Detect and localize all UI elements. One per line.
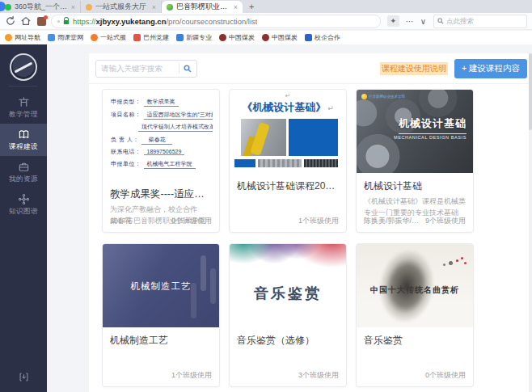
course-title: 机械设计基础 [364,179,466,193]
robot-arm-photo [241,119,286,156]
knowledge-graph-icon [18,193,30,205]
more-menu-icon[interactable]: ⋯ [406,17,414,26]
course-footer: 1个班级使用 [237,216,339,226]
cover-title: 中国十大传统名曲赏析 [357,285,473,296]
open-book-icon [18,129,30,141]
course-cover-slate: 机械制造工艺 [103,244,219,327]
dropdown-icon[interactable]: ∨ [420,17,426,26]
sidebar-item-my-resources[interactable]: 我的资源 [0,156,47,188]
course-usage-count: 1个班级使用 [298,216,339,226]
reload-icon[interactable] [5,15,16,27]
bookmark-item[interactable]: 校企合作 [305,33,340,42]
course-title: 音乐鉴赏（选修） [237,334,339,348]
sidebar-item-teaching-management[interactable]: 教学管理 [0,91,47,124]
create-course-content-button[interactable]: + 建设课程内容 [454,59,527,78]
archway-icon [18,96,30,108]
bookmark-item[interactable]: 巴州党建 [133,33,169,42]
cover-media [241,119,338,156]
return-mark-icon: ↵ [230,92,346,100]
course-cover-form-document: 申报类型：教学成果奖 项目名称：适应西部地区学生的“三对接、四同步” 现代学徒制… [103,90,219,183]
browser-tab-360[interactable]: 360导航_一个主页，整个世界 × [0,1,81,13]
tab-bar: 360导航_一个主页，整个世界 × 一站式服务大厅 × 巴音郭楞职业技术学院 ×… [0,0,532,13]
browser-search-box[interactable] [433,15,527,28]
course-card-design-basis[interactable]: 巴音郭楞职业技术学院 机械设计基础 MECHANICAL DESIGN BASI… [356,89,474,233]
app-sidebar: 教学管理 课程建设 我的资源 知识图谱 [0,44,47,392]
bookmark-favicon [133,34,141,41]
course-footer: 0个班级使用 [364,370,466,381]
new-tab-button[interactable]: + [249,2,254,11]
sidebar-divider [9,86,38,86]
tab-favicon [86,4,92,11]
quick-access-icon[interactable]: ✦ [387,15,399,27]
course-usage-count: 0个班级使用 [425,370,466,381]
course-cover-ink-painting: 中国十大传统名曲赏析 [357,244,473,327]
course-title: 音乐鉴赏 [364,334,466,348]
tab-title: 一站式服务大厅 [95,2,150,12]
tab-favicon [167,4,173,11]
tab-favicon [5,4,11,11]
sidebar-item-course-construction[interactable]: 课程建设 [0,124,47,156]
usage-guide-link[interactable]: 课程建设使用说明 [380,62,448,75]
page-scrollbar[interactable] [529,53,532,392]
course-card-music[interactable]: 中国十大传统名曲赏析 音乐鉴赏 0个班级使用 [356,243,474,387]
course-cover-watercolor: 音乐鉴赏 [230,244,346,327]
bookmark-favicon [48,34,55,41]
scrollbar-thumb[interactable] [529,53,532,130]
blue-block [289,119,338,156]
course-usage-count: 1个班级使用 [171,370,212,381]
bookmark-item[interactable]: 网址导航 [5,33,40,42]
bookmark-favicon [262,34,269,41]
tab-title: 巴音郭楞职业技术学院 [176,2,231,12]
address-bar[interactable]: https://xjbyxy.yuketang.cn/pro/coursecon… [51,15,381,28]
bookmark-favicon [219,34,226,41]
return-mark-icon: ↵ [327,104,334,112]
bookmark-item[interactable]: 中国煤炭 [262,33,298,42]
course-construction-panel: 课程建设使用说明 + 建设课程内容 申报类型：教学成果奖 项目名称：适应西部地区… [89,53,532,392]
bookmarks-bar: 网址导航 雨课堂网 一站式服 巴州党建 新疆专业 中国煤炭 中国煤炭 校企合作 [0,31,532,44]
school-logo [10,53,37,81]
course-title: 机械制造工艺 [110,334,212,348]
cover-strip [230,159,346,167]
url-text: https://xjbyxy.yuketang.cn/pro/coursecon… [73,17,257,26]
course-cover-document: ↵ 《机械设计基础》↵ [230,90,346,173]
course-footer: 1个班级使用 [110,370,212,381]
course-card-manufacturing[interactable]: 机械制造工艺 机械制造工艺 1个班级使用 [102,243,220,387]
bookmark-item[interactable]: 中国煤炭 [219,33,255,42]
tab-close-icon[interactable]: × [71,3,75,11]
course-card-teaching-award[interactable]: 申报类型：教学成果奖 项目名称：适应西部地区学生的“三对接、四同步” 现代学徒制… [102,89,220,233]
bookmark-item[interactable]: 雨课堂网 [48,33,83,42]
bookmark-favicon [5,34,12,41]
tab-close-icon[interactable]: × [234,3,238,11]
cover-subtitle: MECHANICAL DESIGN BASIS [394,135,467,140]
course-description: 《机械设计基础》课程是机械类专业一门重要的专业技术基础课，通过对机械设计基础课.… [364,196,466,218]
browser-tab-college-active[interactable]: 巴音郭楞职业技术学院 × [162,1,243,13]
tab-title: 360导航_一个主页，整个世界 [15,2,69,12]
course-footer: 陈换美/郭振华/柴春花/... 9个班级使用 [364,216,466,226]
collapse-sidebar-icon[interactable] [0,371,47,386]
course-card-design-basis-2023[interactable]: ↵ 《机械设计基础》↵ 机械设计基础课程2023教学能... 1个班 [229,89,347,233]
home-icon[interactable] [20,15,32,27]
course-authors: 柴春花 [110,216,132,226]
bookmark-item[interactable]: 一站式服 [91,33,126,42]
browser-tab-service-hall[interactable]: 一站式服务大厅 × [81,1,162,13]
course-usage-count: 9个班级使用 [425,216,466,226]
bookmark-item[interactable]: 新疆专业 [176,33,212,42]
tab-close-icon[interactable]: × [152,3,156,11]
browser-search-input[interactable] [446,17,523,25]
course-card-music-elective[interactable]: 音乐鉴赏 音乐鉴赏（选修） 3个班级使用 [229,243,347,387]
search-icon [184,65,192,73]
school-badge: 巴音郭楞职业技术学院 [361,94,405,99]
panel-toolbar: 课程建设使用说明 + 建设课程内容 [89,53,532,84]
cover-title: 机械设计基础 [399,116,467,134]
sidebar-item-knowledge-graph[interactable]: 知识图谱 [0,188,47,221]
course-title: 机械设计基础课程2023教学能... [237,179,339,193]
extension-icon[interactable] [37,17,46,26]
course-search-input[interactable] [101,64,176,73]
course-authors: 陈换美/郭振华/柴春花/... [364,216,420,226]
search-icon [437,18,444,24]
cover-title: 《机械设计基础》↵ [230,100,346,115]
bookmark-favicon [91,34,98,41]
course-card-grid: 申报类型：教学成果奖 项目名称：适应西部地区学生的“三对接、四同步” 现代学徒制… [102,89,474,387]
course-search-box[interactable] [95,60,197,78]
bookmark-favicon [305,34,312,41]
